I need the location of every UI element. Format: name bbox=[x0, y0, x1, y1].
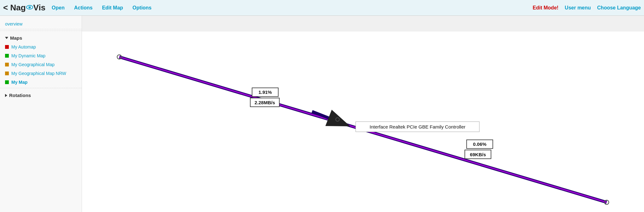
my-map-label: My Map bbox=[11, 80, 27, 85]
nav-edit-map[interactable]: Edit Map bbox=[102, 5, 123, 11]
rotations-section-header[interactable]: Rotations bbox=[0, 89, 82, 100]
main-content: 1.91% 2.28MB/s Interface Realtek PCIe GB… bbox=[82, 32, 644, 212]
sidebar-overview[interactable]: overview bbox=[0, 19, 82, 29]
nav-links: Open Actions Edit Map Options bbox=[52, 5, 533, 11]
sidebar-divider-mid bbox=[0, 88, 82, 88]
stat1-percent-text: 1.91% bbox=[258, 89, 272, 95]
stat2-speed-text: 69KB/s bbox=[470, 152, 486, 157]
nav-options[interactable]: Options bbox=[132, 5, 151, 11]
geo-map-nrw-status-dot bbox=[5, 72, 9, 75]
sidebar-item-my-map[interactable]: My Map bbox=[0, 78, 82, 87]
sidebar: overview Maps My Automap My Dynamic Map … bbox=[0, 16, 82, 212]
interface-label-text: Interface Realtek PCIe GBE Family Contro… bbox=[370, 124, 466, 129]
automap-label: My Automap bbox=[11, 44, 36, 49]
svg-point-2 bbox=[29, 6, 30, 7]
stat2-percent-text: 0.06% bbox=[473, 141, 487, 147]
sidebar-item-my-dynamic-map[interactable]: My Dynamic Map bbox=[0, 51, 82, 60]
maps-section-header[interactable]: Maps bbox=[0, 32, 82, 43]
sidebar-item-my-geographical-map[interactable]: My Geographical Map bbox=[0, 60, 82, 69]
nav-open[interactable]: Open bbox=[52, 5, 65, 11]
arrow-mid bbox=[312, 112, 345, 124]
dynamic-map-label: My Dynamic Map bbox=[11, 53, 45, 58]
geo-map-nrw-label: My Geographical Map NRW bbox=[11, 71, 66, 76]
sidebar-item-my-automap[interactable]: My Automap bbox=[0, 43, 82, 51]
maps-section-label: Maps bbox=[10, 35, 22, 41]
edit-mode-button[interactable]: Edit Mode! bbox=[533, 5, 559, 11]
dynamic-map-status-dot bbox=[5, 54, 9, 58]
rotations-section-label: Rotations bbox=[9, 93, 31, 98]
user-menu-link[interactable]: User menu bbox=[565, 5, 591, 11]
map-svg: 1.91% 2.28MB/s Interface Realtek PCIe GB… bbox=[82, 32, 644, 212]
sidebar-divider-top bbox=[0, 31, 82, 31]
logo-eye-icon bbox=[26, 5, 33, 9]
nav-right: Edit Mode! User menu Choose Language bbox=[533, 5, 641, 11]
stat1-speed-text: 2.28MB/s bbox=[255, 100, 275, 105]
geo-map-label: My Geographical Map bbox=[11, 62, 55, 67]
geo-map-status-dot bbox=[5, 63, 9, 66]
rotations-expand-icon bbox=[5, 94, 7, 97]
topnav: < Nag Vis Open Actions Edit Map Options … bbox=[0, 0, 644, 16]
maps-collapse-icon bbox=[5, 37, 8, 39]
automap-status-dot bbox=[5, 45, 9, 49]
choose-language-link[interactable]: Choose Language bbox=[597, 5, 641, 11]
nav-actions[interactable]: Actions bbox=[74, 5, 93, 11]
logo[interactable]: < Nag Vis bbox=[3, 3, 45, 13]
my-map-status-dot bbox=[5, 80, 9, 84]
sidebar-item-my-geographical-map-nrw[interactable]: My Geographical Map NRW bbox=[0, 69, 82, 78]
